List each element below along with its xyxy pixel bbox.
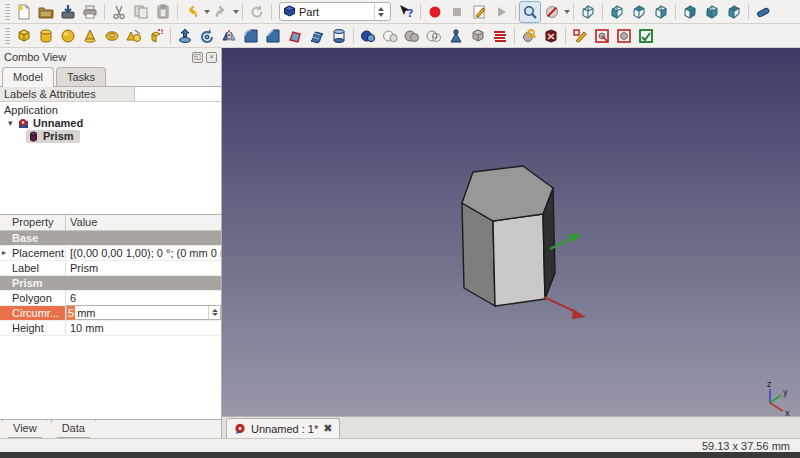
axis-arrow-red[interactable]	[544, 297, 586, 319]
status-dimensions: 59.13 x 37.56 mm	[702, 440, 790, 452]
new-file-button[interactable]	[13, 1, 35, 23]
part-revolve-button[interactable]	[196, 25, 218, 47]
3d-viewport[interactable]: z y x	[222, 48, 800, 416]
part-cut-button[interactable]	[379, 25, 401, 47]
toolbar-grip[interactable]	[5, 4, 10, 20]
undo-button[interactable]	[181, 1, 203, 23]
part-sphere-button[interactable]	[57, 25, 79, 47]
open-file-button[interactable]	[35, 1, 57, 23]
view-left-button[interactable]	[723, 1, 745, 23]
part-make-face-button[interactable]	[284, 25, 306, 47]
part-cylinder-button[interactable]	[35, 25, 57, 47]
property-group-base[interactable]: Base	[0, 231, 221, 246]
part-ruled-surface-button[interactable]	[306, 25, 328, 47]
copy-icon	[133, 4, 149, 20]
draw-style-button[interactable]	[541, 1, 563, 23]
part-box-button[interactable]	[13, 25, 35, 47]
panel-close-button[interactable]: ×	[206, 52, 217, 63]
macro-stop-button[interactable]	[446, 1, 468, 23]
close-tab-icon[interactable]: ✖	[323, 422, 332, 435]
map-sketch-icon	[616, 28, 632, 44]
property-group-prism[interactable]: Prism	[0, 276, 221, 291]
tab-tasks[interactable]: Tasks	[56, 67, 106, 86]
whats-this-icon: ?	[398, 4, 414, 20]
workbench-selector-spin[interactable]	[374, 3, 387, 20]
whats-this-button[interactable]: ?	[395, 1, 417, 23]
combo-view-panel: Combo View ◱ × Model Tasks Labels & Attr…	[0, 48, 222, 438]
fit-all-button[interactable]	[519, 1, 541, 23]
panel-float-button[interactable]: ◱	[192, 52, 203, 63]
part-chamfer-button[interactable]	[262, 25, 284, 47]
toolbar-grip[interactable]	[5, 28, 10, 44]
tree-item-document[interactable]: ▾ Unnamed	[0, 117, 221, 130]
property-row-height[interactable]: Height 10 mm	[0, 321, 221, 336]
make-face-icon	[287, 28, 303, 44]
redo-icon	[213, 4, 229, 20]
map-sketch-to-face-button[interactable]	[613, 25, 635, 47]
prism-solid[interactable]	[462, 166, 555, 306]
spinbox-steppers[interactable]	[208, 306, 220, 319]
edit-sketch-button[interactable]	[591, 25, 613, 47]
refresh-button[interactable]	[246, 1, 268, 23]
save-button[interactable]	[57, 1, 79, 23]
spinbox-selected-value[interactable]: 5	[67, 306, 75, 320]
copy-button[interactable]	[130, 1, 152, 23]
tab-data[interactable]: Data	[51, 420, 96, 438]
property-row-circumradius[interactable]: Circumr... 5 mm	[0, 306, 221, 321]
model-tree: Application ▾ Unnamed Prism	[0, 102, 221, 214]
measure-linear-button[interactable]	[752, 1, 774, 23]
tree-item-application[interactable]: Application	[0, 104, 221, 117]
workbench-selector[interactable]: Part	[279, 2, 391, 21]
part-connect-button[interactable]	[445, 25, 467, 47]
column-header-value[interactable]: Value	[66, 215, 221, 230]
expander-icon[interactable]: ▾	[8, 117, 18, 130]
tab-model[interactable]: Model	[2, 67, 54, 87]
part-extrude-button[interactable]	[174, 25, 196, 47]
macro-play-button[interactable]	[490, 1, 512, 23]
part-intersection-button[interactable]	[423, 25, 445, 47]
circumradius-spinbox[interactable]: 5 mm	[66, 305, 221, 320]
draw-style-menu-arrow[interactable]	[564, 10, 570, 14]
part-shape-builder-button[interactable]	[145, 25, 167, 47]
save-icon	[60, 4, 76, 20]
part-boolean-button[interactable]	[357, 25, 379, 47]
part-union-button[interactable]	[401, 25, 423, 47]
view-right-button[interactable]	[650, 1, 672, 23]
property-row-placement[interactable]: ▸ Placement [(0,00 0,00 1,00); 0 °; (0 m…	[0, 246, 221, 261]
part-cross-sections-button[interactable]	[489, 25, 511, 47]
part-fillet-button[interactable]	[240, 25, 262, 47]
part-primitives-button[interactable]	[123, 25, 145, 47]
macro-record-button[interactable]	[424, 1, 446, 23]
create-sketch-button[interactable]	[569, 25, 591, 47]
macro-edit-button[interactable]	[468, 1, 490, 23]
expander-icon[interactable]: ▸	[2, 246, 6, 260]
defeaturing-button[interactable]	[540, 25, 562, 47]
validate-sketch-button[interactable]	[635, 25, 657, 47]
redo-button[interactable]	[210, 1, 232, 23]
redo-menu-arrow[interactable]	[233, 10, 239, 14]
view-bottom-button[interactable]	[701, 1, 723, 23]
left-view-cube-icon	[726, 4, 742, 20]
property-row-label[interactable]: Label Prism	[0, 261, 221, 276]
view-isometric-button[interactable]	[577, 1, 599, 23]
view-front-button[interactable]	[606, 1, 628, 23]
column-header-property[interactable]: Property	[0, 215, 66, 230]
part-torus-button[interactable]	[101, 25, 123, 47]
axonometric-cube-icon	[580, 4, 596, 20]
view-top-button[interactable]	[628, 1, 650, 23]
part-loft-button[interactable]	[328, 25, 350, 47]
tree-item-prism[interactable]: Prism	[0, 130, 221, 143]
part-cone-button[interactable]	[79, 25, 101, 47]
property-row-polygon[interactable]: Polygon 6	[0, 291, 221, 306]
part-mirror-button[interactable]	[218, 25, 240, 47]
paste-button[interactable]	[152, 1, 174, 23]
check-geometry-button[interactable]	[518, 25, 540, 47]
cut-button[interactable]	[108, 1, 130, 23]
stop-icon	[449, 4, 465, 20]
window-bottom-edge	[0, 452, 800, 458]
document-tab[interactable]: Unnamed : 1* ✖	[226, 418, 340, 438]
tab-view[interactable]: View	[2, 420, 48, 438]
print-button[interactable]	[79, 1, 101, 23]
part-compound-button[interactable]	[467, 25, 489, 47]
view-rear-button[interactable]	[679, 1, 701, 23]
